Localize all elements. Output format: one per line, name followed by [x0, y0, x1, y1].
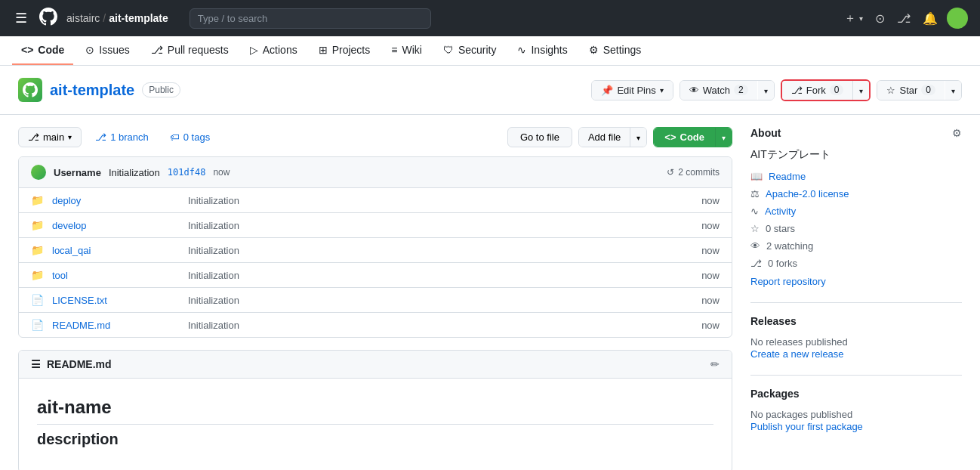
search-input[interactable] [190, 8, 431, 29]
readme-link-item: 📖 Readme [750, 171, 962, 182]
file-time: now [659, 245, 720, 256]
file-name[interactable]: deploy [52, 195, 188, 206]
about-settings-button[interactable]: ⚙ [952, 127, 962, 139]
add-file-button[interactable]: Add file [579, 128, 630, 147]
fork-dropdown-button[interactable]: ▾ [852, 81, 869, 100]
tab-security[interactable]: 🛡 Security [434, 36, 506, 65]
hamburger-menu[interactable]: ☰ [12, 7, 30, 29]
readme-edit-button[interactable]: ✏ [710, 358, 720, 370]
issues-icon: ⊙ [875, 11, 885, 26]
license-icon: ⚖ [750, 188, 760, 199]
tab-code[interactable]: <> Code [12, 36, 73, 65]
activity-link[interactable]: Activity [765, 206, 796, 217]
fork-count: 0 [830, 85, 844, 95]
chevron-down-icon: ▾ [764, 87, 768, 95]
file-name[interactable]: local_qai [52, 245, 188, 256]
star-dropdown-button[interactable]: ▾ [945, 81, 961, 100]
add-file-group: Add file ▾ [578, 127, 647, 147]
file-time: now [659, 270, 720, 281]
file-name[interactable]: LICENSE.txt [52, 295, 188, 306]
stars-count: 0 stars [766, 223, 795, 234]
tab-projects[interactable]: ⊞ Projects [310, 36, 380, 65]
committer-username[interactable]: Username [54, 167, 101, 178]
main-content: ⎇ main ▾ ⎇ 1 branch 🏷 0 tags Go to file … [0, 115, 980, 470]
add-file-dropdown-button[interactable]: ▾ [630, 128, 646, 147]
license-link[interactable]: Apache-2.0 license [766, 188, 849, 199]
releases-section: Releases No releases published Create a … [750, 315, 962, 360]
tab-settings[interactable]: ⚙ Settings [580, 36, 651, 65]
file-name[interactable]: README.md [52, 320, 188, 331]
readme-heading: ait-name [37, 397, 713, 425]
file-icon: 📄 [31, 294, 46, 306]
watch-button[interactable]: 👁 Watch 2 [680, 81, 757, 100]
commit-message: Initialization [109, 167, 160, 178]
about-header: About ⚙ [750, 127, 962, 139]
repo-link[interactable]: ait-template [109, 12, 168, 24]
readme-body: ait-name description [19, 379, 732, 470]
branch-count-button[interactable]: ⎇ 1 branch [88, 128, 156, 147]
tab-wiki[interactable]: ≡ Wiki [382, 36, 431, 65]
pin-icon: 📌 [601, 85, 613, 96]
repo-header: ait-template Public 📌 Edit Pins ▾ 👁 Watc… [0, 66, 980, 115]
github-logo[interactable] [39, 8, 57, 29]
fork-button[interactable]: ⎇ Fork 0 [782, 81, 853, 100]
stars-item: ☆ 0 stars [750, 223, 962, 234]
readme-icon: 📖 [750, 171, 763, 182]
star-button[interactable]: ☆ Star 0 [877, 81, 945, 100]
watch-group: 👁 Watch 2 ▾ [680, 80, 775, 100]
tab-insights[interactable]: ∿ Insights [508, 36, 576, 65]
projects-nav-icon: ⊞ [319, 44, 328, 56]
tag-icon: 🏷 [170, 131, 180, 143]
tags-count-button[interactable]: 🏷 0 tags [162, 128, 217, 147]
file-name[interactable]: develop [52, 220, 188, 231]
report-repo-link[interactable]: Report repository [750, 276, 826, 287]
commit-header-row: Username Initialization 101df48 now ↺ 2 … [19, 157, 732, 188]
tab-actions[interactable]: ▷ Actions [241, 36, 307, 65]
tab-pullrequests[interactable]: ⎇ Pull requests [142, 36, 238, 65]
create-release-link[interactable]: Create a new release [750, 348, 844, 360]
readme-link[interactable]: Readme [769, 171, 806, 182]
file-commit-message: Initialization [188, 320, 659, 331]
watch-dropdown-button[interactable]: ▾ [758, 81, 774, 100]
pullrequests-button[interactable]: ⎇ [894, 8, 914, 29]
watching-count: 2 watching [766, 240, 813, 252]
file-time: now [659, 195, 720, 206]
branch-selector-button[interactable]: ⎇ main ▾ [18, 127, 82, 147]
chevron-down-icon: ▾ [68, 133, 72, 141]
pr-nav-icon: ⎇ [151, 44, 163, 56]
code-button[interactable]: <> Code [654, 128, 715, 147]
org-link[interactable]: aistairc [66, 12, 100, 24]
repo-avatar [18, 78, 42, 102]
chevron-down-icon: ▾ [859, 14, 863, 23]
issues-button[interactable]: ⊙ [872, 8, 888, 29]
file-rows-container: 📁 deploy Initialization now 📁 develop In… [19, 188, 732, 337]
settings-nav-icon: ⚙ [589, 44, 599, 56]
branch-name: main [43, 131, 64, 143]
notifications-button[interactable]: 🔔 [920, 8, 941, 29]
file-name[interactable]: tool [52, 270, 188, 281]
code-icon: <> [664, 131, 676, 143]
go-to-file-button[interactable]: Go to file [507, 127, 572, 147]
repo-name[interactable]: ait-template [50, 82, 134, 99]
folder-icon: 📁 [31, 244, 46, 256]
avatar[interactable] [947, 8, 968, 29]
folder-icon: 📁 [31, 269, 46, 281]
packages-section: Packages No packages published Publish y… [750, 388, 962, 432]
table-row: 📁 local_qai Initialization now [19, 238, 732, 263]
committer-avatar [31, 165, 46, 180]
edit-pins-button[interactable]: 📌 Edit Pins ▾ [592, 81, 672, 100]
fork-group: ⎇ Fork 0 ▾ [781, 79, 871, 101]
security-nav-icon: 🛡 [443, 44, 454, 56]
commit-history[interactable]: ↺ 2 commits [667, 167, 720, 178]
commit-hash[interactable]: 101df48 [168, 167, 206, 178]
file-commit-message: Initialization [188, 220, 659, 231]
code-dropdown-button[interactable]: ▾ [715, 128, 732, 147]
code-icon: <> [21, 44, 33, 56]
bell-icon: 🔔 [923, 11, 938, 26]
tab-issues[interactable]: ⊙ Issues [76, 36, 138, 65]
branch-bar: ⎇ main ▾ ⎇ 1 branch 🏷 0 tags Go to file … [18, 127, 732, 147]
create-new-button[interactable]: ＋ ▾ [841, 8, 866, 29]
commit-count: 2 commits [678, 167, 720, 178]
publish-package-link[interactable]: Publish your first package [750, 421, 863, 432]
activity-link-item: ∿ Activity [750, 206, 962, 217]
